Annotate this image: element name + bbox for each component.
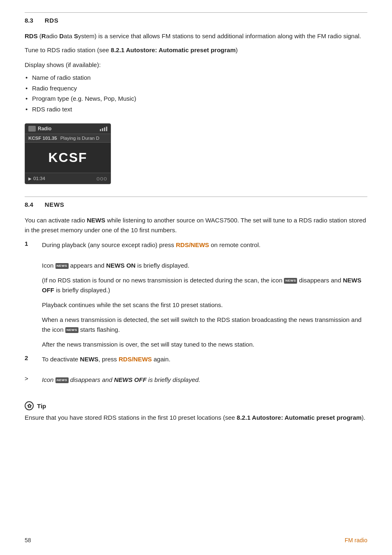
step-1-number: 1 — [25, 240, 34, 247]
radio-playing-text: Playing is Duran D — [60, 136, 99, 141]
radio-signal-indicator — [100, 127, 107, 131]
news-off-label-1: NEWS OFF — [42, 277, 361, 294]
rds-bullet-list: Name of radio station Radio frequency Pr… — [25, 72, 367, 114]
tip-box: ✿ Tip Ensure that you have stored RDS st… — [25, 401, 367, 423]
step-1-sub-4: When a news transmission is detected, th… — [42, 315, 367, 335]
arrow-step-em: Icon NEWS disappears and NEWS OFF is bri… — [42, 376, 201, 383]
news-icon-1: NEWS — [55, 263, 69, 268]
step-1-text: During playback (any source except radio… — [42, 240, 367, 250]
radio-station-name-display: KCSF — [25, 143, 111, 173]
signal-bar-2 — [102, 128, 103, 131]
radio-frequency-display: KCSF 101.35 — [28, 136, 57, 141]
section-8-3-header: 8.3 RDS — [25, 12, 367, 24]
radio-bottom-bar: ▶ 01:34 ooo — [25, 173, 111, 184]
tip-icon: ✿ — [25, 401, 34, 410]
page: 8.3 RDS RDS (Radio Data System) is a ser… — [0, 0, 392, 555]
news-off-em: NEWS OFF — [114, 376, 146, 383]
section-8-3-title: RDS — [45, 17, 58, 24]
page-footer: 58 FM radio — [25, 537, 367, 543]
news-icon-2: NEWS — [284, 278, 297, 283]
arrow-step-content: Icon NEWS disappears and NEWS OFF is bri… — [42, 375, 367, 390]
rds-news-link-1: RDS/NEWS — [176, 241, 209, 248]
news-bold-label: NEWS — [87, 217, 105, 224]
bullet-program-type: Program type (e.g. News, Pop, Music) — [25, 93, 367, 104]
section-8-3-number: 8.3 — [25, 17, 33, 24]
tip-label: Tip — [37, 402, 46, 409]
rds-r: R — [42, 32, 46, 39]
radio-device-icon — [28, 126, 36, 132]
step-1-sub-5: After the news transmission is over, the… — [42, 340, 367, 349]
step-2-container: 2 To deactivate NEWS, press RDS/NEWS aga… — [25, 354, 367, 369]
step-2-text: To deactivate NEWS, press RDS/NEWS again… — [42, 354, 367, 364]
rds-tune-instruction: Tune to RDS radio station (see 8.2.1 Aut… — [25, 45, 367, 55]
page-number: 58 — [25, 537, 31, 543]
step-1-content: During playback (any source except radio… — [42, 240, 367, 255]
radio-playback-time: ▶ 01:34 — [28, 176, 45, 181]
news-intro: You can activate radio NEWS while listen… — [25, 215, 367, 235]
tip-autostore-link: 8.2.1 Autostore: Automatic preset progra… — [237, 414, 362, 421]
rds-acronym: RDS — [25, 32, 38, 39]
step-1-container: 1 During playback (any source except rad… — [25, 240, 367, 255]
rds-d: D — [59, 32, 64, 39]
arrow-step-text: Icon NEWS disappears and NEWS OFF is bri… — [42, 375, 367, 385]
radio-top-left: Radio — [28, 126, 51, 132]
time-display: 01:34 — [33, 176, 45, 181]
signal-bar-1 — [100, 129, 101, 131]
section-8-4-title: NEWS — [45, 201, 64, 208]
play-icon: ▶ — [28, 176, 32, 181]
news-on-label: NEWS ON — [106, 262, 136, 269]
bullet-name-of-station: Name of radio station — [25, 72, 367, 83]
rds-autostore-link: 8.2.1 Autostore: Automatic preset progra… — [111, 46, 236, 53]
bullet-rds-radio-text: RDS radio text — [25, 104, 367, 115]
step-1-sub-items: Icon NEWS appears and NEWS ON is briefly… — [42, 261, 367, 349]
step-1-sub-3: Playback continues while the set scans t… — [42, 300, 367, 310]
section-8-4-header: 8.4 NEWS — [25, 197, 367, 208]
arrow-symbol: > — [25, 375, 34, 382]
bullet-radio-frequency: Radio frequency — [25, 83, 367, 94]
tip-header: ✿ Tip — [25, 401, 367, 410]
radio-dots: ooo — [97, 175, 107, 182]
news-off-label-2: NEWS OFF — [114, 376, 146, 383]
page-category: FM radio — [345, 537, 367, 543]
tip-text: Ensure that you have stored RDS stations… — [25, 413, 367, 423]
rds-intro: RDS (Radio Data System) is a service tha… — [25, 31, 367, 41]
news-icon-4: NEWS — [55, 377, 69, 383]
rds-s: S — [74, 32, 78, 39]
radio-info-bar: KCSF 101.35 Playing is Duran D — [25, 134, 111, 143]
radio-top-bar: Radio — [25, 124, 111, 134]
radio-app-label: Radio — [38, 126, 51, 132]
radio-display-mockup: Radio KCSF 101.35 Playing is Duran D KCS… — [25, 123, 111, 184]
rds-news-link-2: RDS/NEWS — [119, 356, 152, 363]
arrow-step-container: > Icon NEWS disappears and NEWS OFF is b… — [25, 375, 367, 390]
step-2-number: 2 — [25, 354, 34, 361]
signal-bar-3 — [104, 127, 105, 131]
news-deactivate-label: NEWS — [80, 356, 99, 363]
news-icon-3: NEWS — [65, 327, 78, 333]
rds-display-shows: Display shows (if available): — [25, 60, 367, 70]
section-8-4-number: 8.4 — [25, 201, 33, 208]
step-2-content: To deactivate NEWS, press RDS/NEWS again… — [42, 354, 367, 369]
step-1-sub-2: (If no RDS station is found or no news t… — [42, 275, 367, 295]
step-1-sub-1: Icon NEWS appears and NEWS ON is briefly… — [42, 261, 367, 271]
signal-bar-4 — [106, 127, 107, 131]
